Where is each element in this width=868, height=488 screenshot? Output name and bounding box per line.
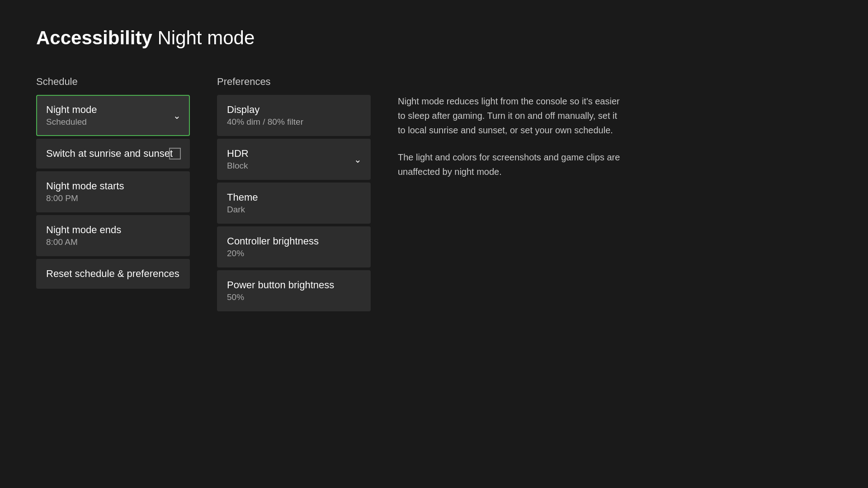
power-brightness-subtitle: 50% [227,292,361,302]
schedule-item-sunrise[interactable]: Switch at sunrise and sunset [36,139,190,169]
preferences-item-display[interactable]: Display 40% dim / 80% filter [217,95,371,136]
display-title: Display [227,104,361,116]
sunrise-checkbox[interactable] [169,148,181,160]
content-area: Schedule Night mode Scheduled ⌄ Switch a… [36,76,832,314]
reset-title: Reset schedule & preferences [46,268,180,280]
preferences-item-hdr[interactable]: HDR Block ⌄ [217,139,371,180]
power-brightness-title: Power button brightness [227,279,361,291]
page-title-suffix: Night mode [157,27,255,48]
schedule-item-starts[interactable]: Night mode starts 8:00 PM [36,171,190,212]
hdr-chevron-icon: ⌄ [354,154,362,165]
preferences-column: Preferences Display 40% dim / 80% filter… [217,76,371,314]
sunrise-title: Switch at sunrise and sunset [46,148,173,160]
schedule-header: Schedule [36,76,190,88]
preferences-header: Preferences [217,76,371,88]
info-paragraph-2: The light and colors for screenshots and… [398,150,624,179]
theme-subtitle: Dark [227,205,361,215]
ends-subtitle: 8:00 AM [46,237,180,247]
preferences-item-theme[interactable]: Theme Dark [217,183,371,224]
theme-title: Theme [227,192,361,203]
page-title: Accessibility Night mode [36,27,832,49]
schedule-column: Schedule Night mode Scheduled ⌄ Switch a… [36,76,190,291]
preferences-item-controller-brightness[interactable]: Controller brightness 20% [217,226,371,267]
ends-title: Night mode ends [46,224,180,236]
info-column: Night mode reduces light from the consol… [398,76,624,192]
hdr-subtitle: Block [227,161,361,171]
night-mode-title: Night mode [46,104,180,116]
controller-brightness-title: Controller brightness [227,235,361,247]
page-title-bold: Accessibility [36,27,152,48]
starts-title: Night mode starts [46,180,180,192]
schedule-item-reset[interactable]: Reset schedule & preferences [36,259,190,289]
checkbox-box [169,148,181,160]
night-mode-subtitle: Scheduled [46,117,180,127]
info-paragraph-1: Night mode reduces light from the consol… [398,94,624,137]
starts-subtitle: 8:00 PM [46,193,180,203]
preferences-item-power-brightness[interactable]: Power button brightness 50% [217,270,371,311]
controller-brightness-subtitle: 20% [227,249,361,258]
hdr-title: HDR [227,148,361,160]
schedule-item-night-mode[interactable]: Night mode Scheduled ⌄ [36,95,190,136]
night-mode-chevron-icon: ⌄ [173,110,181,121]
schedule-item-ends[interactable]: Night mode ends 8:00 AM [36,215,190,256]
page-container: Accessibility Night mode Schedule Night … [0,0,868,488]
display-subtitle: 40% dim / 80% filter [227,117,361,127]
